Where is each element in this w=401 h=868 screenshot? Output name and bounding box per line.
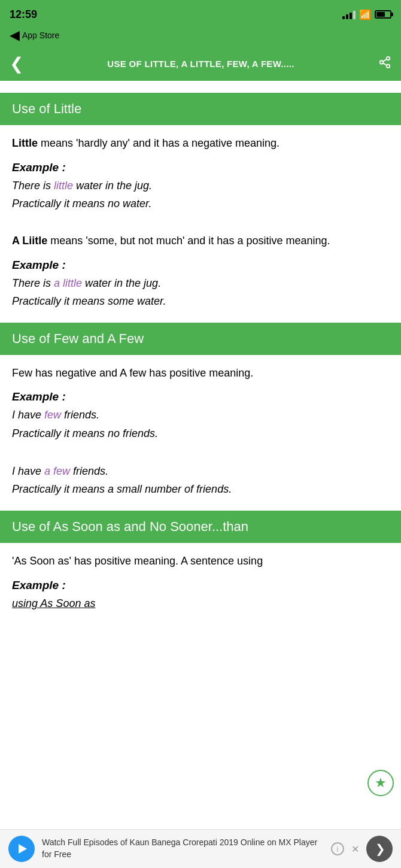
svg-line-4 xyxy=(383,59,387,62)
few-example-sentence1: I have few friends. xyxy=(12,406,389,424)
bottom-example-using-text: using As Soon as xyxy=(12,594,389,613)
few-definition-block: Few has negative and A few has positive … xyxy=(0,365,401,383)
bottom-example-block: Example : using As Soon as xyxy=(0,579,401,613)
status-icons: 📶 xyxy=(342,9,391,20)
ad-banner: Watch Full Episodes of Kaun Banega Crore… xyxy=(0,829,401,868)
ad-text: Watch Full Episodes of Kaun Banega Crore… xyxy=(42,837,324,860)
a-little-definition-block: A Liitle means 'some, but not much' and … xyxy=(0,232,401,250)
a-little-example-sentence1: There is a little water in the jug. xyxy=(12,274,389,293)
ad-play-icon xyxy=(19,844,27,854)
appstore-back-icon[interactable]: ◀ xyxy=(10,28,20,43)
nav-title: USE OF LITTLE, A LITTLE, FEW, A FEW..... xyxy=(23,59,378,69)
a-little-highlight: a little xyxy=(54,277,82,289)
few-highlight: few xyxy=(44,409,61,421)
appstore-bar: ◀ App Store xyxy=(0,26,401,49)
ad-next-button[interactable]: ❯ xyxy=(366,836,393,862)
as-soon-definition: 'As Soon as' has positive meaning. A sen… xyxy=(12,553,389,570)
section-header-as-soon-as: Use of As Soon as and No Sooner...than xyxy=(0,511,401,543)
as-soon-definition-block: 'As Soon as' has positive meaning. A sen… xyxy=(0,553,401,570)
bottom-example-label: Example : xyxy=(12,579,389,592)
a-little-example-label: Example : xyxy=(12,259,389,272)
content-area: Use of Little Little means 'hardly any' … xyxy=(0,93,401,669)
status-time: 12:59 xyxy=(10,8,37,21)
section-header-few: Use of Few and A Few xyxy=(0,323,401,355)
bookmark-star-button[interactable]: ★ xyxy=(367,770,394,796)
little-definition-block: Little means 'hardly any' and it has a n… xyxy=(0,135,401,153)
little-example-meaning1: Practically it means no water. xyxy=(12,195,389,213)
few-example-block: Example : I have few friends. Practicall… xyxy=(0,390,401,442)
a-little-definition: A Liitle means 'some, but not much' and … xyxy=(12,232,389,250)
nav-back-button[interactable]: ❮ xyxy=(10,54,23,74)
section-header-few-text: Use of Few and A Few xyxy=(12,331,144,346)
section-header-as-soon-as-text: Use of As Soon as and No Sooner...than xyxy=(12,519,248,534)
few-definition: Few has negative and A few has positive … xyxy=(12,365,389,383)
appstore-label[interactable]: App Store xyxy=(22,31,59,40)
a-few-example-sentence1: I have a few friends. xyxy=(12,462,389,481)
little-example-block: Example : There is little water in the j… xyxy=(0,161,401,213)
little-bold-word: Little xyxy=(12,137,38,149)
little-definition: Little means 'hardly any' and it has a n… xyxy=(12,135,389,153)
status-bar: 12:59 📶 xyxy=(0,0,401,26)
a-little-bold-word: A Liitle xyxy=(12,235,47,247)
a-few-example-block: I have a few friends. Practically it mea… xyxy=(0,462,401,499)
section-header-little: Use of Little xyxy=(0,93,401,125)
few-example-meaning1: Practically it means no friends. xyxy=(12,424,389,443)
a-few-example-meaning1: Practically it means a small number of f… xyxy=(12,480,389,499)
ad-close-icon[interactable]: ✕ xyxy=(351,843,359,855)
bottom-using-text: using As Soon as xyxy=(12,597,95,609)
star-icon: ★ xyxy=(375,775,387,791)
little-example-sentence1: There is little water in the jug. xyxy=(12,177,389,195)
signal-bars-icon xyxy=(342,10,356,19)
a-little-example-block: Example : There is a little water in the… xyxy=(0,259,401,311)
wifi-icon: 📶 xyxy=(359,9,371,20)
ad-info-icon[interactable]: i xyxy=(331,842,344,855)
a-few-highlight: a few xyxy=(44,465,70,477)
little-highlight: little xyxy=(54,180,73,192)
battery-icon xyxy=(375,10,391,19)
little-example-label: Example : xyxy=(12,161,389,174)
a-little-example-meaning1: Practically it means some water. xyxy=(12,292,389,311)
ad-next-arrow-icon: ❯ xyxy=(375,842,385,856)
svg-line-3 xyxy=(383,63,387,65)
few-example-label: Example : xyxy=(12,390,389,403)
section-header-little-text: Use of Little xyxy=(12,101,81,116)
ad-play-button[interactable] xyxy=(8,836,35,862)
nav-share-button[interactable] xyxy=(378,56,391,72)
nav-bar: ❮ USE OF LITTLE, A LITTLE, FEW, A FEW...… xyxy=(0,49,401,81)
